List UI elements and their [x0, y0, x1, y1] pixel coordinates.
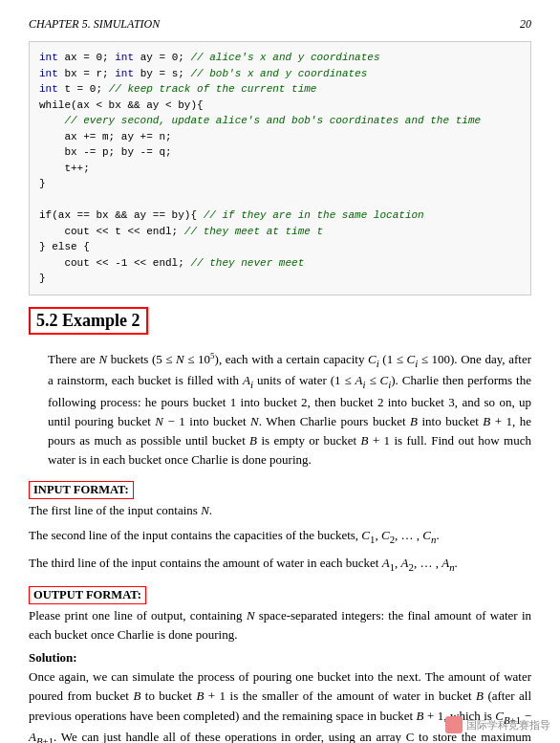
comment: // every second, update alice's and bob'… [64, 115, 481, 126]
chapter-title: CHAPTER 5. SIMULATION [29, 17, 160, 32]
keyword: int [115, 52, 134, 63]
comment: // bob's x and y coordinates [190, 68, 367, 79]
comment: // they meet at time t [184, 226, 323, 237]
watermark: 国际学科竞赛指导 [445, 716, 550, 733]
keyword: int [39, 68, 58, 79]
input-format-label: INPUT FORMAT: [29, 481, 134, 499]
page-number: 20 [520, 17, 531, 32]
input-line-2: The second line of the input contains th… [29, 526, 531, 547]
section-title: 5.2 Example 2 [29, 307, 148, 335]
solution-heading: Solution: [29, 650, 531, 666]
watermark-text: 国际学科竞赛指导 [466, 718, 550, 732]
input-format-section: INPUT FORMAT: The first line of the inpu… [29, 475, 531, 575]
output-format-label: OUTPUT FORMAT: [29, 586, 146, 604]
comment: // they never meet [190, 257, 304, 269]
comment: // if they are in the same location [204, 209, 424, 221]
keyword: int [115, 68, 134, 79]
comment: // keep track of the current time [109, 83, 317, 95]
output-line-1: Please print one line of output, contain… [29, 606, 531, 645]
output-format-section: OUTPUT FORMAT: Please print one line of … [29, 580, 531, 645]
watermark-icon [445, 716, 463, 733]
code-block-1: int ax = 0; int ay = 0; // alice's x and… [29, 41, 531, 295]
section-name: Example 2 [62, 311, 140, 330]
comment: // alice's x and y coordinates [190, 52, 379, 63]
input-line-3: The third line of the input contains the… [29, 554, 531, 575]
section-number: 5.2 [36, 311, 58, 330]
page-header: CHAPTER 5. SIMULATION 20 [29, 17, 531, 32]
section-header: 5.2 Example 2 [29, 307, 531, 342]
keyword: int [39, 52, 58, 63]
keyword: int [39, 83, 58, 95]
input-line-1: The first line of the input contains N. [29, 501, 531, 520]
body-paragraph-1: There are N buckets (5 ≤ N ≤ 105), each … [48, 350, 531, 470]
